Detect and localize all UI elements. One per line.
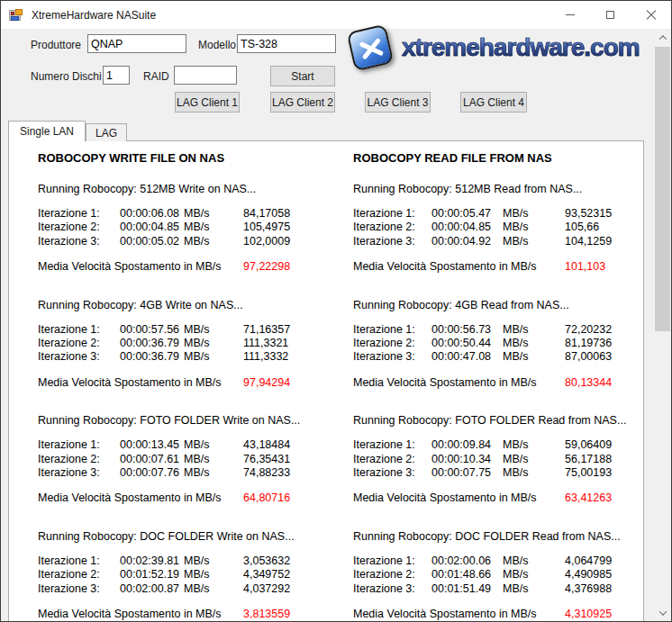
iteration-time: 00:00:36.79	[120, 337, 184, 350]
iteration-unit: MB/s	[184, 438, 243, 452]
vertical-scrollbar[interactable]	[655, 30, 670, 620]
media-value: 101,103	[565, 260, 640, 274]
close-button[interactable]	[631, 1, 671, 29]
iteration-label: Iterazione 3:	[353, 582, 431, 596]
write-test-4gb: Running Robocopy: 4GB Write on NAS... It…	[38, 299, 335, 391]
raid-label: RAID	[143, 70, 169, 83]
iteration-label: Iterazione 2:	[38, 337, 120, 350]
iteration-time: 00:01:51.49	[431, 582, 503, 596]
chevron-up-icon	[658, 35, 666, 42]
iteration-value: 75,00193	[565, 466, 640, 480]
iteration-unit: MB/s	[184, 350, 243, 364]
numero-dischi-input[interactable]	[103, 66, 130, 85]
iteration-value: 93,52315	[565, 207, 640, 221]
lag-client-4-button[interactable]: LAG Client 4	[460, 92, 527, 113]
minimize-button[interactable]	[549, 1, 590, 29]
iteration-label: Iterazione 1:	[353, 438, 431, 452]
scrollbar-thumb[interactable]	[655, 47, 670, 331]
iteration-time: 00:00:56.73	[431, 323, 503, 337]
iteration-label: Iterazione 1:	[353, 554, 431, 568]
iteration-row: Iterazione 2:00:00:04.85MB/s105,4975	[38, 221, 335, 234]
iteration-value: 81,19736	[565, 337, 640, 350]
iteration-unit: MB/s	[184, 337, 243, 350]
iteration-label: Iterazione 3:	[38, 235, 120, 248]
scroll-up-button[interactable]	[655, 30, 670, 45]
media-row: Media Velocità Spostamento in MB/s101,10…	[353, 260, 640, 274]
iteration-row: Iterazione 3:00:01:51.49MB/s4,376988	[353, 582, 640, 596]
iteration-row: Iterazione 1:00:00:09.84MB/s59,06409	[353, 438, 640, 452]
iteration-value: 111,3321	[243, 337, 335, 350]
iteration-unit: MB/s	[503, 466, 565, 480]
iteration-time: 00:00:04.92	[431, 235, 503, 248]
iteration-label: Iterazione 2:	[353, 337, 431, 350]
media-value: 64,80716	[243, 491, 335, 505]
iteration-unit: MB/s	[503, 207, 565, 221]
app-icon	[9, 8, 23, 22]
running-status: Running Robocopy: 512MB Read from NAS...	[353, 183, 640, 195]
iteration-unit: MB/s	[184, 453, 243, 466]
xtremehardware-x-icon	[347, 24, 395, 72]
running-status: Running Robocopy: 4GB Write on NAS...	[38, 299, 335, 311]
iteration-row: Iterazione 3:00:00:07.76MB/s74,88233	[38, 466, 335, 480]
app-window: XtremeHardware NASuite Produttore Modell…	[0, 0, 672, 622]
iteration-time: 00:00:07.76	[120, 466, 184, 480]
iteration-unit: MB/s	[503, 221, 565, 234]
numero-dischi-label: Numero Dischi	[31, 70, 102, 83]
iteration-value: 4,037292	[243, 582, 335, 596]
iteration-time: 00:00:13.45	[120, 438, 184, 452]
produttore-input[interactable]	[87, 34, 186, 53]
iteration-unit: MB/s	[184, 221, 243, 234]
iteration-row: Iterazione 2:00:01:48.66MB/s4,490985	[353, 568, 640, 581]
lag-client-3-button[interactable]: LAG Client 3	[365, 92, 431, 113]
tab-single-lan[interactable]: Single LAN	[8, 121, 86, 141]
iteration-unit: MB/s	[184, 568, 243, 581]
iteration-value: 105,4975	[243, 221, 335, 234]
iteration-time: 00:02:00.06	[431, 554, 503, 568]
iteration-unit: MB/s	[503, 438, 565, 452]
modello-label: Modello	[198, 39, 236, 51]
media-value: 97,22298	[243, 260, 335, 274]
iteration-label: Iterazione 1:	[353, 207, 431, 221]
iteration-unit: MB/s	[503, 337, 565, 350]
chevron-down-icon	[658, 608, 666, 615]
iteration-value: 59,06409	[565, 438, 640, 452]
iteration-value: 104,1259	[565, 235, 640, 248]
single-lan-tabpage: ROBOCOPY WRITE FILE ON NAS Running Roboc…	[8, 140, 644, 622]
media-value: 4,310925	[565, 608, 640, 621]
maximize-button[interactable]	[590, 1, 631, 29]
iteration-row: Iterazione 2:00:01:52.19MB/s4,349752	[38, 568, 335, 581]
iteration-label: Iterazione 3:	[38, 350, 120, 364]
media-value: 80,13344	[565, 376, 640, 390]
modello-input[interactable]	[237, 34, 336, 53]
iteration-unit: MB/s	[503, 350, 565, 364]
iteration-row: Iterazione 2:00:00:36.79MB/s111,3321	[38, 337, 335, 350]
iteration-value: 102,0009	[243, 235, 335, 248]
iteration-label: Iterazione 3:	[38, 466, 120, 480]
lag-client-1-button[interactable]: LAG Client 1	[175, 92, 240, 113]
iteration-time: 00:02:39.81	[120, 554, 184, 568]
iteration-value: 84,17058	[243, 207, 335, 221]
running-status: Running Robocopy: FOTO FOLDER Read from …	[353, 414, 640, 427]
lag-client-2-button[interactable]: LAG Client 2	[270, 92, 335, 113]
iteration-row: Iterazione 1:00:00:06.08MB/s84,17058	[38, 207, 335, 221]
iteration-unit: MB/s	[184, 323, 243, 337]
iteration-value: 4,349752	[243, 568, 335, 581]
iteration-label: Iterazione 1:	[38, 207, 120, 221]
raid-input[interactable]	[174, 66, 237, 85]
media-row: Media Velocità Spostamento in MB/s4,3109…	[353, 608, 640, 621]
iteration-label: Iterazione 1:	[353, 323, 431, 337]
start-button[interactable]: Start	[270, 66, 335, 86]
read-test-512mb: Running Robocopy: 512MB Read from NAS...…	[353, 183, 640, 275]
iteration-time: 00:02:00.87	[120, 582, 184, 596]
running-status: Running Robocopy: 4GB Read from NAS...	[353, 299, 640, 311]
tab-lag[interactable]: LAG	[86, 123, 127, 141]
iteration-row: Iterazione 3:00:00:36.79MB/s111,3332	[38, 350, 335, 364]
xtremehardware-logo: xtremehardware.com	[350, 28, 640, 68]
scroll-down-button[interactable]	[655, 605, 670, 620]
media-row: Media Velocità Spostamento in MB/s97,222…	[38, 260, 335, 274]
iteration-unit: MB/s	[503, 453, 565, 466]
iteration-value: 76,35431	[243, 453, 335, 466]
iteration-value: 4,376988	[565, 582, 640, 596]
iteration-row: Iterazione 1:00:00:05.47MB/s93,52315	[353, 207, 640, 221]
iteration-row: Iterazione 1:00:00:56.73MB/s72,20232	[353, 323, 640, 337]
